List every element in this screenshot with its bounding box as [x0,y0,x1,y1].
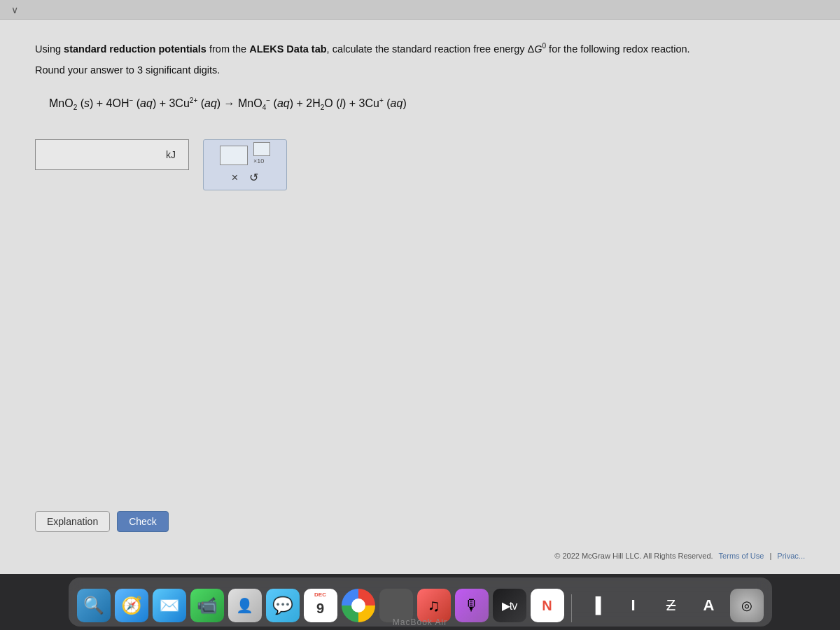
answer-input[interactable] [41,149,160,160]
dock-item-safari[interactable]: 🧭 [115,589,148,622]
chrome-icon [351,598,365,612]
dock-item-podcasts[interactable]: 🎙 [455,589,489,622]
explanation-button[interactable]: Explanation [35,511,110,532]
facetime-icon: 📹 [197,596,218,615]
battery-icon: I [631,596,635,615]
input-section: kJ ×10 × ↺ [35,139,805,190]
sci-close-button[interactable]: × [232,172,238,184]
dock-item-wifi[interactable]: ▐ [579,589,612,622]
sci-notation-popup: ×10 × ↺ [203,139,287,190]
check-button[interactable]: Check [117,511,169,532]
dock-item-notes[interactable]: Z [654,589,688,622]
dock-item-chrome[interactable] [342,589,375,622]
copyright-text: © 2022 McGraw Hill LLC. All Rights Reser… [554,552,713,560]
dock-item-siri[interactable]: ◎ [730,589,764,622]
dock-item-news[interactable]: N [531,589,564,622]
sci-input-row: ×10 [220,146,270,165]
macbook-label: MacBook Air [393,617,447,627]
bottom-buttons: Explanation Check [35,511,169,532]
dock-item-finder[interactable]: 🔍 [77,589,111,622]
privacy-link[interactable]: Privac... [777,552,805,560]
word-icon: A [704,596,715,615]
chemical-equation: MnO2 (s) + 4OH− (aq) + 3Cu2+ (aq) → MnO4… [49,97,805,112]
sci-buttons: × ↺ [232,171,258,184]
contacts-icon: 👤 [236,597,253,614]
terms-link[interactable]: Terms of Use [719,552,764,560]
mail-icon: ✉️ [159,596,180,615]
top-bar: ∨ [0,0,840,20]
safari-icon: 🧭 [121,596,142,615]
podcasts-icon: 🎙 [464,596,479,615]
dock-item-word[interactable]: A [692,589,726,622]
kj-input-container[interactable]: kJ [35,139,189,170]
content-area: Using standard reduction potentials from… [0,20,840,574]
screen: ∨ Using standard reduction potentials fr… [0,0,840,574]
dock-item-messages[interactable]: 💬 [266,589,300,622]
dock-item-facetime[interactable]: 📹 [190,589,224,622]
equation-text: MnO2 (s) + 4OH− (aq) + 3Cu2+ (aq) → MnO4… [49,97,407,109]
wifi-icon: ▐ [590,596,601,615]
dock-item-contacts[interactable]: 👤 [228,589,262,622]
calendar-month-label: DEC [314,592,326,598]
news-icon: N [542,598,552,614]
sci-exponent-box[interactable] [253,142,270,156]
finder-icon: 🔍 [83,596,104,615]
dock-item-calendar[interactable]: DEC 9 [304,589,337,622]
calendar-date-label: 9 [316,601,324,617]
appletv-icon: ▶tv [502,599,517,612]
messages-icon: 💬 [272,596,293,615]
unit-label: kJ [166,149,176,160]
dock-divider [571,594,572,622]
separator: | [769,552,771,560]
footer: © 2022 McGraw Hill LLC. All Rights Reser… [554,552,805,560]
sci-mantissa-box[interactable] [220,146,248,165]
notes-icon: Z [666,596,676,615]
dock-item-mail[interactable]: ✉️ [153,589,186,622]
chevron-down-icon[interactable]: ∨ [7,2,22,18]
music-icon: ♫ [428,596,440,615]
x10-label: ×10 [253,158,264,164]
problem-instruction: Using standard reduction potentials from… [35,41,805,57]
dock-item-appletv[interactable]: ▶tv [493,589,526,622]
dock-item-battery[interactable]: I [617,589,650,622]
siri-icon: ◎ [741,598,752,613]
laptop-frame: ∨ Using standard reduction potentials fr… [0,0,840,630]
sci-refresh-button[interactable]: ↺ [249,171,258,184]
round-instruction: Round your answer to 3 significant digit… [35,64,805,76]
dock-area: 🔍 🧭 ✉️ 📹 👤 💬 DE [0,574,840,630]
